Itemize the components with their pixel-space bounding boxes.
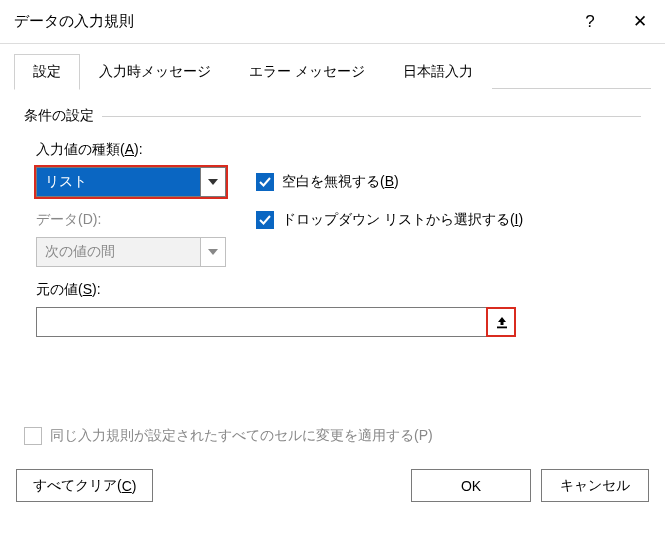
fieldset-header: 条件の設定: [24, 107, 641, 125]
source-label: 元の値(S):: [36, 281, 641, 299]
close-button[interactable]: ✕: [615, 0, 665, 44]
window-title: データの入力規則: [14, 12, 565, 31]
fieldset-divider: [102, 116, 641, 117]
tab-error-message[interactable]: エラー メッセージ: [230, 54, 384, 89]
ignore-blank-label: 空白を無視する(B): [282, 173, 399, 191]
help-button[interactable]: ?: [565, 0, 615, 44]
source-field: [36, 307, 516, 337]
data-label: データ(D):: [36, 211, 226, 229]
ok-button[interactable]: OK: [411, 469, 531, 502]
allow-select-value: リスト: [36, 167, 200, 197]
allow-label: 入力値の種類(A):: [36, 141, 226, 159]
tab-input-message[interactable]: 入力時メッセージ: [80, 54, 230, 89]
apply-all-label: 同じ入力規則が設定されたすべてのセルに変更を適用する(P): [50, 427, 433, 445]
chevron-down-icon: [200, 237, 226, 267]
cancel-button[interactable]: キャンセル: [541, 469, 649, 502]
title-bar: データの入力規則 ? ✕: [0, 0, 665, 44]
tab-ime[interactable]: 日本語入力: [384, 54, 492, 89]
range-picker-button[interactable]: [487, 308, 515, 336]
range-picker-icon: [495, 315, 509, 329]
allow-select[interactable]: リスト: [36, 167, 226, 197]
tab-settings[interactable]: 設定: [14, 54, 80, 90]
ignore-blank-checkbox[interactable]: 空白を無視する(B): [256, 173, 523, 191]
fieldset-label: 条件の設定: [24, 107, 94, 125]
check-icon: [256, 211, 274, 229]
chevron-down-icon: [200, 167, 226, 197]
data-select: 次の値の間: [36, 237, 226, 267]
checkbox-empty-icon: [24, 427, 42, 445]
clear-all-button[interactable]: すべてクリア(C): [16, 469, 153, 502]
check-icon: [256, 173, 274, 191]
dropdown-label: ドロップダウン リストから選択する(I): [282, 211, 523, 229]
source-input[interactable]: [37, 308, 487, 336]
dropdown-checkbox[interactable]: ドロップダウン リストから選択する(I): [256, 211, 523, 229]
svg-rect-0: [497, 327, 507, 329]
apply-all-checkbox: 同じ入力規則が設定されたすべてのセルに変更を適用する(P): [24, 427, 641, 445]
dialog-body: 条件の設定 入力値の種類(A): リスト データ(D): 次の値の間: [0, 89, 665, 455]
tab-strip: 設定 入力時メッセージ エラー メッセージ 日本語入力: [0, 44, 665, 89]
dialog-footer: すべてクリア(C) OK キャンセル: [0, 455, 665, 516]
data-select-value: 次の値の間: [36, 237, 200, 267]
